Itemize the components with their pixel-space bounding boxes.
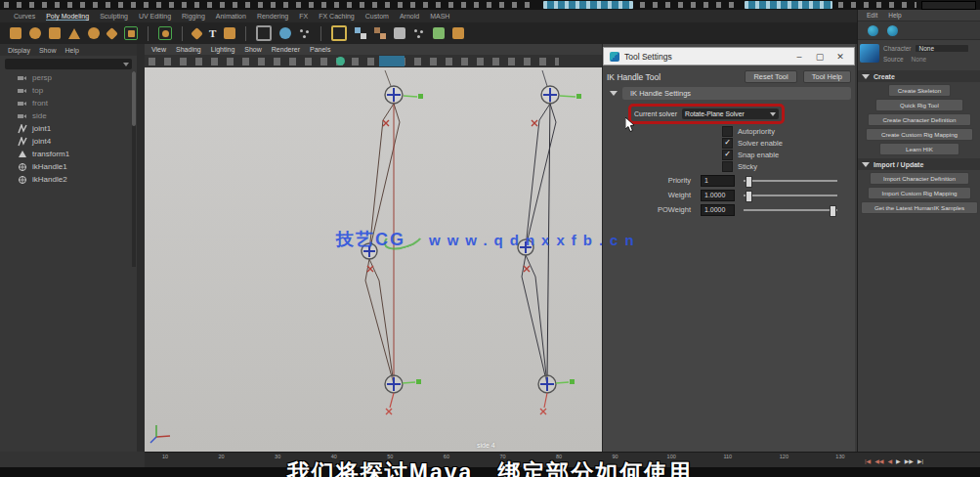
poweight-slider[interactable] bbox=[744, 209, 837, 211]
outliner-item-front[interactable]: front bbox=[0, 97, 137, 109]
sticky-checkbox[interactable] bbox=[722, 161, 733, 172]
lighting-toggle-icon[interactable] bbox=[336, 57, 345, 65]
poly-sphere-icon[interactable] bbox=[29, 27, 41, 39]
poweight-value-field[interactable]: 1.0000 bbox=[701, 204, 735, 216]
outliner-item-ikhandle1[interactable]: ikHandle1 bbox=[0, 160, 137, 173]
source-dropdown[interactable]: None bbox=[908, 56, 960, 63]
dot-grid-icon[interactable] bbox=[413, 27, 425, 39]
live-surface-field[interactable] bbox=[921, 1, 976, 10]
curve-tool-icon[interactable] bbox=[124, 26, 138, 40]
control-rig-icon[interactable] bbox=[887, 25, 898, 36]
shelf-tab[interactable]: Animation bbox=[216, 13, 246, 20]
grid-icon[interactable] bbox=[394, 27, 405, 39]
reset-tool-button[interactable]: Reset Tool bbox=[745, 70, 796, 83]
shelf-tab[interactable]: Curves bbox=[14, 13, 35, 20]
import-section-header[interactable]: Import / Update bbox=[858, 158, 980, 170]
import-character-definition-button[interactable]: Import Character Definition bbox=[870, 172, 969, 185]
viewport-menu-shading[interactable]: Shading bbox=[176, 46, 201, 53]
import-custom-rig-mapping-button[interactable]: Import Custom Rig Mapping bbox=[868, 187, 971, 199]
outliner-item-joint4[interactable]: joint4 bbox=[0, 135, 137, 148]
step-forward-frame-button[interactable]: ▶▶ bbox=[905, 457, 914, 464]
text-tool-icon[interactable]: T bbox=[209, 27, 216, 39]
poly-cube-icon[interactable] bbox=[10, 27, 21, 39]
poly-plane-icon[interactable] bbox=[106, 27, 118, 40]
snap-enable-checkbox[interactable]: ✓ bbox=[722, 150, 733, 160]
minimize-button[interactable]: – bbox=[791, 52, 807, 62]
ui-panels-icon[interactable] bbox=[355, 27, 366, 39]
circle-curve-icon[interactable] bbox=[158, 26, 172, 40]
render-ring-icon[interactable] bbox=[331, 25, 347, 41]
character-dropdown[interactable]: None bbox=[916, 45, 968, 52]
viewport-menu-show[interactable]: Show bbox=[244, 46, 262, 53]
viewport-menu-view[interactable]: View bbox=[151, 46, 166, 53]
outliner-item-side[interactable]: side bbox=[0, 109, 137, 122]
create-skeleton-button[interactable]: Create Skeleton bbox=[888, 84, 951, 97]
shelf-tab[interactable]: FX Caching bbox=[319, 13, 355, 20]
weight-value-field[interactable]: 1.0000 bbox=[701, 190, 735, 201]
create-section-header[interactable]: Create bbox=[858, 70, 980, 82]
priority-value-field[interactable]: 1 bbox=[701, 175, 735, 187]
outliner-item-ikhandle2[interactable]: ikHandle2 bbox=[0, 173, 137, 186]
status-line-icons[interactable] bbox=[4, 2, 532, 8]
play-forwards-button[interactable]: ▶ bbox=[896, 457, 901, 464]
poly-torus-icon[interactable] bbox=[88, 27, 100, 39]
shelf-tab[interactable]: MASH bbox=[430, 13, 449, 20]
priority-slider[interactable] bbox=[744, 180, 837, 182]
outliner-scrollbar[interactable] bbox=[132, 71, 136, 267]
quick-rig-tool-button[interactable]: Quick Rig Tool bbox=[875, 99, 963, 111]
shelf-tab[interactable]: Arnold bbox=[400, 13, 419, 20]
shading-toggle-icons[interactable] bbox=[379, 56, 405, 66]
poly-cone-icon[interactable] bbox=[68, 28, 80, 39]
go-to-start-button[interactable]: |◀ bbox=[865, 457, 871, 464]
step-back-frame-button[interactable]: ◀◀ bbox=[874, 457, 883, 464]
shelf-tab[interactable]: Custom bbox=[365, 13, 389, 20]
autopriority-checkbox[interactable] bbox=[722, 126, 733, 137]
sidebar-icons-group[interactable] bbox=[838, 2, 916, 8]
sphere-project-icon[interactable] bbox=[279, 27, 291, 39]
render-icons-group[interactable] bbox=[745, 1, 832, 9]
shelf-tab[interactable]: Rigging bbox=[182, 13, 205, 20]
solver-enable-checkbox[interactable]: ✓ bbox=[722, 138, 733, 149]
skeleton-source-icon[interactable] bbox=[868, 25, 878, 36]
viewport-menu-lighting[interactable]: Lighting bbox=[211, 46, 235, 53]
outliner-search-input[interactable] bbox=[5, 59, 132, 69]
create-custom-rig-mapping-button[interactable]: Create Custom Rig Mapping bbox=[866, 128, 973, 141]
shelf-tab[interactable]: Rendering bbox=[257, 13, 288, 20]
outliner-item-joint1[interactable]: joint1 bbox=[0, 122, 137, 135]
outliner-item-persp[interactable]: persp bbox=[0, 71, 137, 84]
target-icon[interactable] bbox=[256, 25, 272, 41]
tool-settings-titlebar[interactable]: Tool Settings – ▢ ✕ bbox=[603, 47, 855, 65]
viewport-toolbar-icons[interactable] bbox=[149, 58, 559, 65]
outliner-menu-help[interactable]: Help bbox=[64, 47, 78, 54]
close-button[interactable]: ✕ bbox=[832, 52, 848, 62]
particle-cluster-icon[interactable] bbox=[299, 27, 311, 39]
maximize-button[interactable]: ▢ bbox=[812, 52, 828, 62]
viewport-menu-renderer[interactable]: Renderer bbox=[272, 46, 300, 53]
ik-handle-settings-section[interactable]: IK Handle Settings bbox=[607, 87, 851, 100]
weight-slider[interactable] bbox=[744, 195, 837, 196]
play-backwards-button[interactable]: ◀ bbox=[887, 457, 892, 464]
viewport-menu-panels[interactable]: Panels bbox=[310, 46, 330, 53]
humanik-menu-edit[interactable]: Edit bbox=[867, 12, 877, 19]
humanik-menu-help[interactable]: Help bbox=[888, 12, 901, 19]
shelf-tab-active[interactable]: Poly Modeling bbox=[46, 13, 89, 21]
go-to-end-button[interactable]: ▶| bbox=[917, 457, 923, 464]
poly-box-icon[interactable] bbox=[452, 27, 464, 39]
get-latest-humanik-samples-button[interactable]: Get the Latest HumanIK Samples bbox=[861, 201, 978, 214]
type-mesh-icon[interactable] bbox=[224, 27, 235, 39]
outliner-item-top[interactable]: top bbox=[0, 84, 137, 97]
poly-cylinder-icon[interactable] bbox=[49, 27, 61, 39]
outliner-item-transform1[interactable]: transform1 bbox=[0, 148, 137, 160]
ep-curve-icon[interactable] bbox=[191, 27, 203, 40]
create-character-definition-button[interactable]: Create Character Definition bbox=[868, 113, 971, 126]
viewport-canvas[interactable]: side 4 bbox=[145, 67, 602, 452]
history-icons-group[interactable] bbox=[640, 2, 738, 8]
snap-icons-group[interactable] bbox=[543, 1, 633, 9]
folder-pair-icon[interactable] bbox=[374, 27, 386, 39]
panel-splitter[interactable] bbox=[137, 44, 145, 452]
outliner-menu-show[interactable]: Show bbox=[39, 47, 57, 54]
shelf-tab[interactable]: Sculpting bbox=[100, 13, 128, 20]
learn-hik-button[interactable]: Learn HIK bbox=[879, 143, 959, 155]
current-solver-dropdown[interactable]: Rotate-Plane Solver bbox=[682, 108, 779, 119]
tool-help-button[interactable]: Tool Help bbox=[803, 70, 851, 83]
